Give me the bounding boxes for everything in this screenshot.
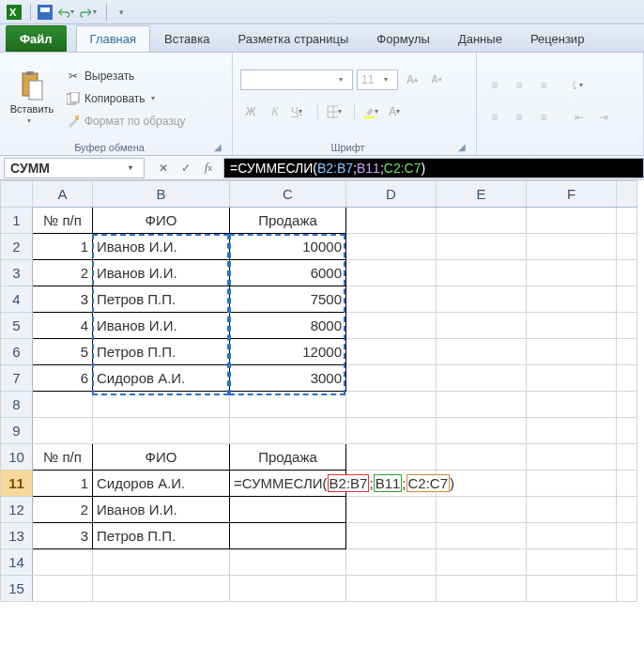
cell[interactable] [617,418,637,444]
cell[interactable] [346,313,437,339]
cell[interactable] [93,392,230,418]
cell[interactable]: 6000 [230,260,346,286]
cell[interactable]: Петров П.П. [93,523,230,549]
row-header[interactable]: 13 [1,523,33,549]
cell[interactable]: 5 [33,339,93,365]
row-header[interactable]: 14 [1,549,33,576]
cell[interactable] [617,444,637,471]
fill-color-icon[interactable]: ▾ [362,101,383,122]
align-left-icon[interactable]: ≡ [484,107,505,128]
cell[interactable]: ФИО [93,208,230,234]
row-header[interactable]: 15 [1,576,33,602]
decrease-indent-icon[interactable]: ⇤ [569,107,590,128]
font-dialog-launcher[interactable]: ◢ [455,140,468,153]
enter-formula-icon[interactable]: ✓ [176,159,195,178]
font-color-icon[interactable]: A▾ [387,101,407,122]
cell[interactable]: Иванов И.И. [93,313,230,339]
tab-data[interactable]: Данные [444,25,516,52]
row-header[interactable]: 10 [1,444,33,471]
cell[interactable] [346,286,437,313]
qat-customize-icon[interactable]: ▾ [111,2,131,23]
cell[interactable]: 3 [33,286,93,313]
row-header[interactable]: 11 [1,471,33,497]
cell[interactable]: Сидоров А.И. [93,471,230,497]
cell[interactable] [346,549,437,576]
col-header-D[interactable]: D [346,181,437,208]
row-header[interactable]: 8 [1,392,33,418]
paste-button[interactable]: Вставить ▾ [8,56,56,140]
cell[interactable] [437,418,527,444]
cell[interactable] [617,286,637,313]
cell[interactable] [437,392,527,418]
cell[interactable] [346,444,437,471]
cell[interactable] [437,208,527,234]
cell[interactable]: Иванов И.И. [93,260,230,286]
cell[interactable] [437,549,527,576]
cell[interactable]: 8000 [230,313,346,339]
cell[interactable] [527,523,617,549]
cell[interactable] [527,208,617,234]
cell[interactable] [617,523,637,549]
bold-icon[interactable]: Ж [240,101,261,122]
cell[interactable]: № п/п [33,208,93,234]
cell[interactable]: Петров П.П. [93,339,230,365]
font-size-select[interactable]: 11▾ [357,69,398,90]
tab-file[interactable]: Файл [6,25,67,52]
col-header-A[interactable]: A [33,181,93,208]
cell[interactable] [437,444,527,471]
cell[interactable] [346,260,437,286]
font-name-select[interactable]: ▾ [240,69,353,90]
cell[interactable] [527,365,617,392]
cell[interactable] [617,471,637,497]
cell[interactable] [527,549,617,576]
borders-icon[interactable]: ▾ [326,101,346,122]
cell[interactable] [33,418,93,444]
cell[interactable] [617,313,637,339]
cell[interactable] [230,392,346,418]
tab-formulas[interactable]: Формулы [362,25,444,52]
cell[interactable] [93,576,230,602]
cell[interactable]: 6 [33,365,93,392]
redo-icon[interactable]: ▾ [80,2,100,23]
cell[interactable]: 1 [33,234,93,260]
cell[interactable] [346,418,437,444]
cell[interactable]: Сидоров А.И. [93,365,230,392]
cell[interactable] [527,234,617,260]
cell[interactable] [346,365,437,392]
row-header[interactable]: 6 [1,339,33,365]
cell[interactable] [437,286,527,313]
cell[interactable] [527,286,617,313]
col-header-C[interactable]: C [230,181,346,208]
tab-insert[interactable]: Вставка [150,25,223,52]
tab-home[interactable]: Главная [76,25,150,52]
cell[interactable]: Петров П.П. [93,286,230,313]
cell[interactable]: Продажа [230,444,346,471]
cell[interactable] [437,339,527,365]
cell[interactable] [346,339,437,365]
cell[interactable] [617,497,637,523]
align-middle-icon[interactable]: ≡ [509,75,529,96]
align-center-icon[interactable]: ≡ [509,107,529,128]
cell[interactable]: 4 [33,313,93,339]
cell[interactable] [33,549,93,576]
cell[interactable] [437,260,527,286]
row-header[interactable]: 9 [1,418,33,444]
cell[interactable] [527,313,617,339]
cell[interactable] [617,339,637,365]
cell[interactable] [346,523,437,549]
cell[interactable]: =СУММЕСЛИ(B2:B7;B11;C2:C7) [230,471,346,497]
cell[interactable] [33,392,93,418]
cell[interactable]: 1 [33,471,93,497]
cell[interactable] [230,576,346,602]
cell[interactable] [527,471,617,497]
cell[interactable] [437,313,527,339]
cell[interactable]: Продажа [230,208,346,234]
cell[interactable] [527,576,617,602]
cell[interactable] [346,497,437,523]
row-header[interactable]: 7 [1,365,33,392]
cell[interactable] [527,339,617,365]
cell[interactable]: № п/п [33,444,93,471]
cut-button[interactable]: ✂ Вырезать [62,66,190,86]
cell[interactable] [527,497,617,523]
cell[interactable] [346,392,437,418]
